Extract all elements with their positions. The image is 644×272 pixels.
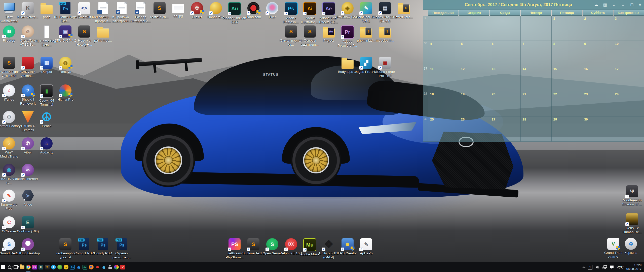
desktop-icon-strelki-psd[interactable]: PsPSDСтрелки регистрац... <box>110 238 134 259</box>
calendar-day-cell-empty[interactable] <box>459 16 490 41</box>
calendar-day-cell-4[interactable]: 4 <box>428 41 459 66</box>
calendar-day-cell-17[interactable]: 17 <box>613 66 644 91</box>
calendar-day-cell-3[interactable]: 3 <box>613 16 644 41</box>
calendar-day-cell-empty[interactable] <box>613 116 644 142</box>
prev-month-arrow-icon[interactable]: ← <box>612 3 616 7</box>
desktop-icon-github-desktop[interactable]: ↗GitHub Desktop <box>16 238 40 255</box>
calendar-icon[interactable]: ▦ <box>603 3 607 7</box>
conemu-button[interactable]: E <box>38 262 44 272</box>
firefox-button[interactable] <box>88 262 94 272</box>
calendar-day-header[interactable]: Воскресенье <box>614 10 644 16</box>
volume-icon[interactable] <box>595 265 599 269</box>
calendar-day-header[interactable]: Четверг <box>521 10 551 16</box>
tray-expand-chevron-icon[interactable] <box>583 266 585 268</box>
phpstorm-button[interactable]: PS <box>31 262 38 272</box>
calendar-day-cell-5[interactable]: 5 <box>459 41 490 66</box>
desktop-icon-sound-forge[interactable]: ◼↗Sound Forge Pro 11.0 <box>373 57 397 78</box>
calendar-day-cell-16[interactable]: 16 <box>582 66 613 91</box>
action-center-icon[interactable] <box>610 265 614 269</box>
desktop-icon-deus-ex[interactable]: ↗Deus Ex Human Re... <box>620 213 644 234</box>
unlocker-button[interactable] <box>107 262 113 272</box>
calendar-day-cell-18[interactable]: 18 <box>428 91 459 116</box>
calendar-day-cell-8[interactable]: 8 <box>552 41 582 66</box>
search-button[interactable] <box>6 262 13 272</box>
file-explorer-button[interactable] <box>19 262 25 272</box>
calendar-day-cell-24[interactable]: 24 <box>613 91 644 116</box>
start-button[interactable] <box>0 262 6 272</box>
telegram-button[interactable]: ✈ <box>50 262 57 272</box>
calendar-day-cell-27[interactable]: 27 <box>490 116 521 142</box>
calendar-day-cell-13[interactable]: 13 <box>490 66 521 91</box>
desktop-icon-paint-mes-folder[interactable]: paint-mes... <box>91 25 115 43</box>
calendar-day-cell-21[interactable]: 21 <box>521 91 551 116</box>
desktop-icon-hitmanpro[interactable]: ↗HitmanPro <box>53 84 78 102</box>
desktop-icon-ucell-internet[interactable]: ∞↗Ucell Internet <box>16 164 40 181</box>
internet-explorer-button[interactable]: e <box>101 262 107 272</box>
clock-time: 16:29 <box>626 263 641 267</box>
calendar-day-header[interactable]: Пятница <box>552 10 582 16</box>
taskbar: PSES✈▲PseAueV 1 РУС 16:29 04.08.2017 <box>0 262 644 272</box>
shortcut-arrow-icon: ↗ <box>40 94 43 98</box>
bandicam-button[interactable] <box>94 262 101 272</box>
calendar-day-cell-25[interactable]: 25 <box>428 116 459 142</box>
calendar-day-cell-10[interactable]: 10 <box>613 41 644 66</box>
calendar-day-cell-6[interactable]: 6 <box>490 41 521 66</box>
calendar-day-cell-23[interactable]: 23 <box>582 91 613 116</box>
calendar-day-cell-1[interactable]: 1 <box>552 16 582 41</box>
calendar-day-cell-30[interactable]: 30 <box>582 116 613 142</box>
photoshop-button[interactable]: Ps <box>69 262 75 272</box>
calendar-day-cell-20[interactable]: 20 <box>490 91 521 116</box>
calendar-day-cell-26[interactable]: 26 <box>459 116 490 142</box>
vegas-button[interactable]: V <box>120 262 126 272</box>
calendar-day-cell-empty[interactable] <box>490 16 521 41</box>
next-month-arrow-icon[interactable]: → <box>621 3 625 7</box>
calendar-day-cell-22[interactable]: 22 <box>552 91 582 116</box>
calendar-day-cell-9[interactable]: 9 <box>582 41 613 66</box>
cloud-icon[interactable]: ☁ <box>594 3 598 7</box>
input-indicator-icon[interactable]: 1 <box>588 265 592 269</box>
calendar-day-cell-11[interactable]: 11 <box>428 66 459 91</box>
audition-button[interactable]: Au <box>82 262 88 272</box>
export-icon[interactable]: ⊡ <box>630 3 633 7</box>
calendar-day-header[interactable]: Понедельник <box>428 10 459 16</box>
desktop-icon-conemu[interactable]: E↗ConEmu (x64) <box>16 216 40 233</box>
calendar-day-header[interactable]: Вторник <box>459 10 489 16</box>
download-manager-button[interactable] <box>57 262 63 272</box>
calendar-day-cell-19[interactable]: 19 <box>459 91 490 116</box>
desktop-icon-recycle-bin[interactable]: ♻Корзина <box>619 238 643 255</box>
sublime-text-button[interactable]: S <box>44 262 50 272</box>
smartgit-icon: <>↗ <box>78 2 90 14</box>
open-server-icon: S↗ <box>266 238 278 250</box>
calendar-day-header[interactable]: Суббота <box>583 10 613 16</box>
color-wheel-button[interactable] <box>113 262 120 272</box>
calendar-day-cell-empty[interactable] <box>521 16 551 41</box>
desktop-icon-middle-earth[interactable]: Ψ↗Middle-earth Shadow of ... <box>620 185 644 206</box>
shortcut-arrow-icon: ↗ <box>21 35 25 38</box>
desktop-icon-law-divorce-folder[interactable]: Slaw-divorc... <box>392 2 416 19</box>
calendar-day-cell-2[interactable]: 2 <box>582 16 613 41</box>
desktop-icon-audacity[interactable]: ≈↗Audacity <box>34 137 59 155</box>
chrome-button[interactable] <box>25 262 31 272</box>
calendar-day-cell-15[interactable]: 15 <box>552 66 582 91</box>
task-view-button[interactable] <box>13 262 19 272</box>
calendar-day-cell-12[interactable]: 12 <box>459 66 490 91</box>
calendar-day-cell-7[interactable]: 7 <box>521 41 551 66</box>
collapse-chevron-icon[interactable]: ∨ <box>638 3 641 7</box>
calendar-day-cell-29[interactable]: 29 <box>552 116 582 142</box>
network-icon[interactable] <box>602 265 607 269</box>
calendar-day-cell-empty[interactable] <box>428 16 459 41</box>
taskbar-clock[interactable]: 16:29 04.08.2017 <box>626 263 641 271</box>
calendar-day-header[interactable]: Среда <box>490 10 520 16</box>
calendar-day-cell-14[interactable]: 14 <box>521 66 551 91</box>
edge-button[interactable]: e <box>75 262 82 272</box>
calendar-day-cell-28[interactable]: 28 <box>521 116 551 142</box>
cpu-z-icon: ▣↗ <box>59 25 71 38</box>
aimp-button[interactable]: ▲ <box>63 262 69 272</box>
desktop-icon-label: Корзина <box>619 251 643 255</box>
desktop-icon-akiee[interactable]: ➤↗Akiee <box>16 190 40 207</box>
desktop-icon-recuva[interactable]: ◍↗Recuva <box>53 57 78 74</box>
desktop-icon-peace[interactable]: ☮↗Peace <box>34 111 59 128</box>
desktop-icon-aphepo[interactable]: ✎↗ApHePo <box>354 238 378 255</box>
desktop-icon-muscles-folder[interactable]: Smuscles-fr... <box>373 25 397 43</box>
language-indicator[interactable]: РУС <box>617 265 624 269</box>
